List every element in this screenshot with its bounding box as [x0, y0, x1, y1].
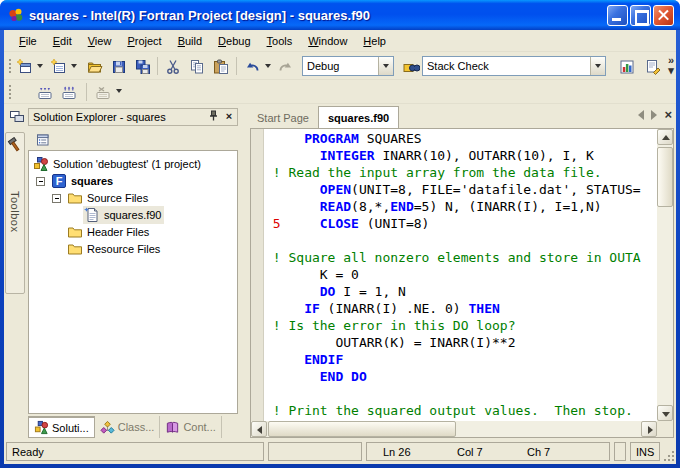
menu-file[interactable]: File — [12, 32, 44, 50]
scroll-right-button[interactable] — [641, 421, 657, 437]
server-explorer-icon — [9, 109, 25, 125]
code-line: OUTARR(K) = INARR(I)**2 — [265, 334, 656, 351]
save-all-icon — [135, 59, 151, 75]
solution-tree[interactable]: Solution 'debugtest' (1 project) F squar… — [28, 150, 238, 414]
paste-button[interactable] — [210, 56, 232, 77]
panel-splitter[interactable] — [240, 104, 248, 440]
open-file-button[interactable] — [84, 56, 106, 77]
menu-window[interactable]: Window — [301, 32, 354, 50]
layout-dropdown[interactable] — [116, 89, 122, 93]
menu-help[interactable]: Help — [356, 32, 393, 50]
find-in-files-button[interactable] — [400, 56, 422, 77]
properties-button[interactable] — [32, 129, 54, 150]
tree-label: Solution 'debugtest' (1 project) — [53, 158, 201, 170]
title-bar[interactable]: squares - Intel(R) Fortran Project [desi… — [0, 0, 680, 30]
save-all-button[interactable] — [132, 56, 154, 77]
pushpin-button[interactable] — [205, 110, 221, 124]
layout-grid-button[interactable] — [34, 82, 56, 103]
navigate-forward-icon[interactable] — [651, 110, 657, 120]
status-message: Ready — [12, 446, 44, 458]
save-icon — [111, 59, 127, 75]
resize-grip[interactable] — [662, 449, 675, 462]
code-area[interactable]: PROGRAM SQUARES INTEGER INARR(10), OUTAR… — [265, 130, 656, 420]
code-line: PROGRAM SQUARES — [265, 130, 656, 147]
tree-item-project[interactable]: F squares — [51, 172, 113, 189]
tree-item-squares-f90[interactable]: squares.f90 — [83, 206, 164, 223]
toolbox-hammer-icon — [7, 137, 23, 153]
tree-item-source-files[interactable]: Source Files — [67, 189, 148, 206]
code-line: INTEGER INARR(10), OUTARR(10), I, K — [265, 147, 656, 164]
scroll-down-button[interactable] — [657, 405, 673, 421]
check-dropdown[interactable] — [590, 57, 605, 75]
property-pages-button[interactable] — [642, 56, 664, 77]
tree-item-solution[interactable]: Solution 'debugtest' (1 project) — [33, 155, 201, 172]
redo-button[interactable] — [274, 56, 296, 77]
menu-project[interactable]: Project — [120, 32, 168, 50]
indicator-margin[interactable] — [251, 129, 264, 421]
tree-item-header-files[interactable]: Header Files — [67, 223, 149, 240]
solution-explorer-close-button[interactable]: × — [221, 110, 237, 124]
tab-label: Class... — [118, 421, 155, 433]
editor-tab-strip: Start Page squares.f90 × — [248, 104, 676, 128]
undo-dropdown[interactable] — [265, 64, 271, 68]
copy-button[interactable] — [186, 56, 208, 77]
status-position-panel: Ln 26 Col 7 Ch 7 — [366, 442, 610, 461]
status-message-panel: Ready — [6, 442, 264, 461]
vertical-scrollbar[interactable] — [657, 129, 673, 421]
expander-collapse-icon[interactable] — [52, 194, 61, 203]
tab-squares-f90[interactable]: squares.f90 — [318, 106, 399, 128]
add-item-dropdown[interactable] — [71, 64, 77, 68]
vertical-scroll-thumb[interactable] — [657, 147, 673, 207]
menu-tools[interactable]: Tools — [260, 32, 300, 50]
toolbar-grip[interactable] — [8, 84, 12, 100]
menu-build[interactable]: Build — [171, 32, 209, 50]
scroll-up-button[interactable] — [657, 129, 673, 145]
new-project-button[interactable] — [14, 56, 36, 77]
menu-debug[interactable]: Debug — [211, 32, 257, 50]
code-line — [265, 232, 656, 249]
navigate-back-icon[interactable] — [638, 110, 644, 120]
tree-item-resource-files[interactable]: Resource Files — [67, 240, 160, 257]
solution-icon — [33, 156, 49, 172]
tab-solution-explorer[interactable]: Soluti... — [28, 416, 95, 438]
toolbox-tab[interactable]: Toolbox — [5, 132, 25, 294]
maximize-button[interactable] — [630, 5, 651, 26]
solution-tab-icon — [34, 420, 49, 435]
new-project-dropdown[interactable] — [37, 64, 43, 68]
solution-explorer-header[interactable]: Solution Explorer - squares × — [28, 108, 238, 126]
side-tab-strip: Toolbox — [4, 104, 26, 440]
minimize-button[interactable] — [607, 5, 628, 26]
disabled-layout-button — [92, 82, 114, 103]
close-button[interactable] — [653, 5, 674, 26]
menu-edit[interactable]: Edit — [46, 32, 79, 50]
undo-button[interactable] — [242, 56, 264, 77]
toolbar-separator — [236, 57, 237, 75]
toolbar-grip[interactable] — [8, 58, 12, 74]
scroll-left-button[interactable] — [251, 421, 267, 437]
new-project-icon — [17, 59, 33, 75]
horizontal-scroll-thumb[interactable] — [268, 421, 456, 437]
menu-view[interactable]: View — [81, 32, 119, 50]
configuration-value: Debug — [307, 60, 339, 72]
tab-contents[interactable]: Cont... — [160, 416, 221, 438]
code-line: READ(8,*,END=5) N, (INARR(I), I=1,N) — [265, 198, 656, 215]
solution-configuration-combo[interactable]: Debug — [302, 56, 394, 76]
cut-button[interactable] — [162, 56, 184, 77]
tab-start-page[interactable]: Start Page — [248, 107, 318, 128]
fortran-project-icon: F — [51, 173, 67, 189]
expander-collapse-icon[interactable] — [36, 177, 45, 186]
add-item-button[interactable] — [48, 56, 70, 77]
save-button[interactable] — [108, 56, 130, 77]
layout-grid-arrows-button[interactable] — [58, 82, 80, 103]
horizontal-scrollbar[interactable] — [251, 421, 657, 437]
code-line: 5 CLOSE (UNIT=8) — [265, 215, 656, 232]
runtime-check-combo[interactable]: Stack Check — [422, 56, 606, 76]
configuration-dropdown[interactable] — [378, 57, 393, 75]
tab-class-view[interactable]: Class... — [95, 416, 161, 438]
layout-grid-arrows-icon — [61, 85, 77, 101]
pushpin-icon — [208, 110, 219, 122]
solution-statistics-button[interactable] — [616, 56, 638, 77]
toolbar-overflow-chevron[interactable]: »▾ — [664, 55, 678, 77]
server-explorer-tab[interactable] — [6, 106, 28, 127]
editor-close-icon[interactable]: × — [664, 109, 672, 120]
